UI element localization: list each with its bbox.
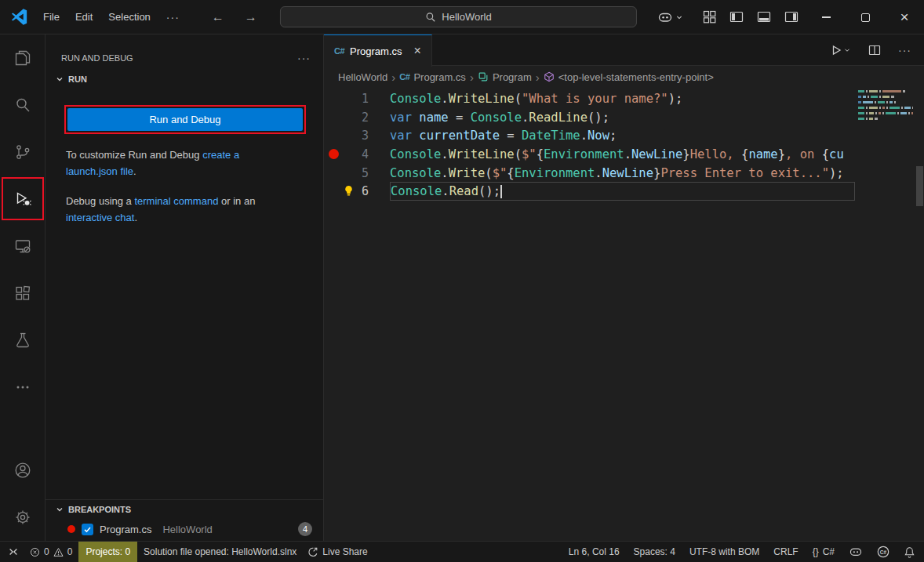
activity-run-and-debug[interactable] [0,176,45,223]
interactive-chat-link[interactable]: interactive chat [66,212,134,223]
back-button[interactable]: ← [202,10,235,24]
run-and-debug-button[interactable]: Run and Debug [67,108,303,131]
search-icon [13,96,32,114]
activity-explorer[interactable] [0,34,45,82]
run-or-debug-button[interactable] [830,44,851,56]
breadcrumb-entry-point[interactable]: <top-level-statements-entry-point> [544,71,714,83]
code-text[interactable]: var currentDate = DateTime.Now; [390,126,855,145]
chevron-down-icon [675,13,684,22]
breakpoint-icon[interactable] [329,149,339,159]
tab-close-icon[interactable]: × [414,44,421,58]
editor-scrollbar[interactable] [916,166,923,206]
notifications-bell[interactable] [900,542,919,562]
toggle-panel-left-icon[interactable] [729,10,744,24]
split-editor-icon[interactable] [868,44,881,56]
breadcrumb-class[interactable]: Program [478,71,532,83]
breakpoint-checkbox[interactable] [82,524,93,535]
activity-search[interactable] [0,82,45,129]
code-text[interactable]: Console.Write($"{Environment.NewLine}Pre… [390,164,855,183]
debug-hint: Debug using a terminal command or in an … [66,193,291,226]
toggle-panel-bottom-icon[interactable] [757,10,771,24]
csharp-circle-icon: C# [877,546,889,558]
menu-more[interactable]: ··· [158,7,187,27]
indentation-status[interactable]: Spaces: 4 [630,542,679,562]
terminal-command-link[interactable]: terminal command [134,195,218,207]
menu-edit[interactable]: Edit [67,7,100,27]
breadcrumb-file[interactable]: C# Program.cs [399,71,466,83]
csharp-devkit-status[interactable]: C# [873,542,893,562]
activity-accounts[interactable] [0,447,45,494]
code-text[interactable]: var name = Console.ReadLine(); [390,108,855,127]
code-text[interactable]: Console.WriteLine("What is your name?"); [390,89,855,108]
activity-more-views[interactable] [0,364,45,411]
activity-remote-explorer[interactable] [0,223,45,270]
window-controls: × [806,0,924,34]
account-icon [13,461,32,480]
hint-text: To customize Run and Debug [66,149,202,161]
solution-status[interactable]: Solution file opened: HelloWorld.slnx [139,542,301,562]
tab-bar: C# Program.cs × ··· [324,34,924,66]
encoding-status[interactable]: UTF-8 with BOM [686,542,763,562]
minimap-content [858,90,911,120]
error-icon [30,547,40,557]
code-line-6[interactable]: 6Console.Read(); [324,182,924,201]
glyph-margin-4[interactable] [324,149,343,159]
vscode-logo-icon [11,9,27,25]
cursor-position-status[interactable]: Ln 6, Col 16 [565,542,624,562]
forward-button[interactable]: → [235,10,267,24]
activity-source-control[interactable] [0,129,45,176]
text-cursor [500,185,502,198]
code-line-2[interactable]: 2var name = Console.ReadLine(); [324,108,924,127]
run-button-annotation: Run and Debug [67,108,303,131]
command-center-search[interactable]: HelloWorld [280,6,637,27]
live-share-status[interactable]: Live Share [303,542,372,562]
menu-selection[interactable]: Selection [100,7,158,27]
chevron-down-icon [843,46,851,54]
code-line-4[interactable]: 4Console.WriteLine($"{Environment.NewLin… [324,145,924,164]
view-more-actions-button[interactable]: ··· [297,52,311,64]
code-line-5[interactable]: 5Console.Write($"{Environment.NewLine}Pr… [324,164,924,183]
customize-layout-icon[interactable] [703,10,716,24]
code-editor[interactable]: 1Console.WriteLine("What is your name?")… [324,88,924,541]
breakpoint-project: HelloWorld [162,524,212,535]
language-status[interactable]: {} C# [809,542,839,562]
code-line-1[interactable]: 1Console.WriteLine("What is your name?")… [324,89,924,108]
breakpoint-file: Program.cs [100,524,151,535]
remote-indicator[interactable] [3,542,24,562]
editor-more-actions-button[interactable]: ··· [898,44,911,56]
line-number: 2 [343,111,369,125]
gear-icon [13,508,32,527]
activity-testing[interactable] [0,317,45,364]
minimap[interactable] [855,88,913,541]
code-text[interactable]: Console.Read(); [390,182,855,201]
tab-program-cs[interactable]: C# Program.cs × [324,34,432,67]
play-icon [830,44,842,56]
activity-settings[interactable] [0,494,45,541]
code-text[interactable]: Console.WriteLine($"{Environment.NewLine… [390,145,855,164]
copilot-chat-button[interactable] [657,11,684,24]
run-section-header[interactable]: RUN [45,70,323,89]
toggle-panel-right-icon[interactable] [784,10,798,24]
menu-file[interactable]: File [35,7,67,27]
extensions-icon [13,284,32,303]
line-number: 4 [343,147,369,161]
close-button[interactable]: × [885,0,924,34]
breadcrumb-separator: › [391,71,395,84]
editor-actions: ··· [830,34,924,65]
activity-extensions[interactable] [0,270,45,317]
projects-status[interactable]: Projects: 0 [78,542,137,562]
copilot-status[interactable] [845,542,867,562]
problems-status[interactable]: 0 0 [25,542,77,562]
breakpoints-header[interactable]: BREAKPOINTS [45,500,323,519]
tab-label: Program.cs [350,45,402,57]
breadcrumb-project[interactable]: HelloWorld [338,71,387,83]
minimize-button[interactable] [806,0,846,34]
breakpoint-icon [67,525,75,533]
activity-bar [0,34,45,541]
eol-status[interactable]: CRLF [769,542,802,562]
breakpoint-row[interactable]: Program.cs HelloWorld 4 [45,519,323,539]
code-line-3[interactable]: 3var currentDate = DateTime.Now; [324,126,924,145]
breakpoints-badge: 4 [298,522,312,536]
maximize-button[interactable] [846,0,885,34]
lightbulb-icon[interactable] [343,185,355,197]
